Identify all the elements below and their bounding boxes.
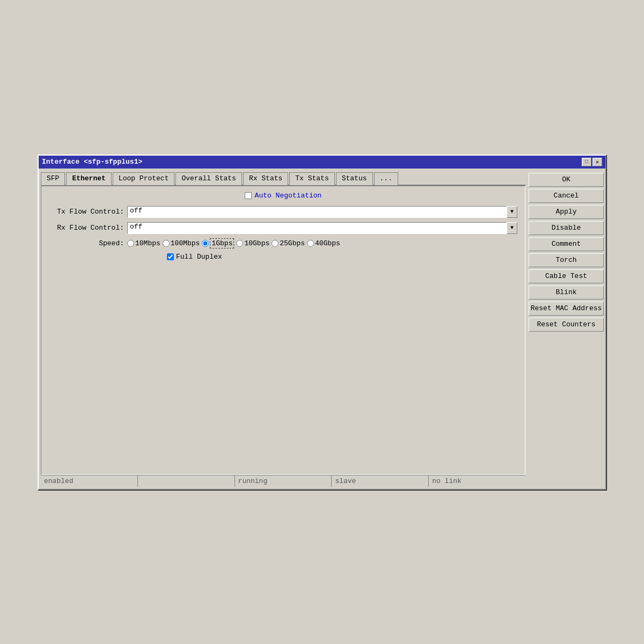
auto-negotiation-checkbox[interactable] [245, 192, 252, 199]
comment-button[interactable]: Comment [529, 237, 604, 251]
rx-flow-control-wrapper: off ▼ [127, 222, 517, 234]
speed-10mbps-radio[interactable] [127, 240, 134, 247]
status-slave: slave [332, 475, 429, 487]
tx-flow-control-label: Tx Flow Control: [49, 208, 124, 216]
title-bar-buttons: □ ✕ [582, 158, 602, 166]
tx-flow-control-display: off [127, 206, 507, 218]
full-duplex-label: Full Duplex [176, 253, 222, 261]
tab-content: Auto Negotiation Tx Flow Control: off ▼ … [41, 186, 525, 270]
speed-10gbps: 10Gbps [236, 239, 269, 247]
speed-25gbps-label: 25Gbps [280, 239, 305, 247]
speed-40gbps: 40Gbps [307, 239, 340, 247]
tab-more[interactable]: ... [374, 172, 398, 185]
speed-10gbps-radio[interactable] [236, 240, 243, 247]
speed-40gbps-label: 40Gbps [315, 239, 340, 247]
auto-negotiation-row: Auto Negotiation [49, 192, 517, 200]
rx-flow-control-row: Rx Flow Control: off ▼ [49, 222, 517, 234]
tab-overall-stats[interactable]: Overall Stats [175, 172, 241, 185]
reset-counters-button[interactable]: Reset Counters [529, 318, 604, 332]
tab-content-panel: Auto Negotiation Tx Flow Control: off ▼ … [41, 186, 525, 475]
speed-25gbps: 25Gbps [272, 239, 305, 247]
speed-10gbps-label: 10Gbps [244, 239, 269, 247]
inner-panel: SFP Ethernet Loop Protect Overall Stats … [41, 171, 525, 487]
speed-1gbps-label: 1Gbps [210, 238, 234, 248]
full-duplex-label-wrap: Full Duplex [167, 253, 222, 261]
tx-flow-control-row: Tx Flow Control: off ▼ [49, 206, 517, 218]
tab-status[interactable]: Status [336, 172, 373, 185]
tab-rx-stats[interactable]: Rx Stats [243, 172, 288, 185]
speed-1gbps: 1Gbps [202, 238, 234, 248]
status-enabled: enabled [41, 475, 138, 487]
window-title: Interface <sfp-sfpplus1> [42, 158, 142, 166]
speed-100mbps-radio[interactable] [163, 240, 170, 247]
close-button[interactable]: ✕ [592, 158, 602, 166]
rx-flow-control-label: Rx Flow Control: [49, 224, 124, 232]
tab-sfp[interactable]: SFP [41, 172, 65, 185]
content-area: SFP Ethernet Loop Protect Overall Stats … [39, 169, 605, 489]
blink-button[interactable]: Blink [529, 286, 604, 299]
cable-test-button[interactable]: Cable Test [529, 269, 604, 283]
auto-negotiation-label: Auto Negotiation [255, 192, 322, 200]
tab-ethernet[interactable]: Ethernet [66, 172, 111, 185]
tx-flow-control-dropdown[interactable]: ▼ [507, 206, 517, 218]
full-duplex-row: Full Duplex [49, 253, 517, 261]
side-buttons-panel: OK Cancel Apply Disable Comment Torch Ca… [525, 171, 603, 487]
rx-flow-control-dropdown[interactable]: ▼ [507, 222, 517, 234]
ok-button[interactable]: OK [529, 173, 604, 187]
disable-button[interactable]: Disable [529, 221, 604, 235]
title-bar: Interface <sfp-sfpplus1> □ ✕ [39, 156, 605, 169]
speed-25gbps-radio[interactable] [272, 240, 279, 247]
cancel-button[interactable]: Cancel [529, 189, 604, 203]
main-window: Interface <sfp-sfpplus1> □ ✕ SFP Etherne… [38, 155, 606, 490]
full-duplex-checkbox[interactable] [167, 253, 174, 260]
speed-100mbps: 100Mbps [163, 239, 200, 247]
minimize-button[interactable]: □ [582, 158, 591, 166]
status-running: running [235, 475, 332, 487]
speed-radio-group: 10Mbps 100Mbps 1Gbps [127, 238, 340, 248]
torch-button[interactable]: Torch [529, 253, 604, 267]
tab-bar: SFP Ethernet Loop Protect Overall Stats … [41, 171, 525, 186]
status-empty [138, 475, 235, 487]
status-link: no link [429, 475, 525, 487]
tx-flow-control-wrapper: off ▼ [127, 206, 517, 218]
status-bar: enabled running slave no link [41, 475, 525, 487]
tab-loop-protect[interactable]: Loop Protect [113, 172, 175, 185]
speed-40gbps-radio[interactable] [307, 240, 314, 247]
speed-1gbps-radio[interactable] [202, 240, 209, 247]
tab-tx-stats[interactable]: Tx Stats [289, 172, 334, 185]
content-spacer [41, 270, 525, 474]
rx-flow-control-display: off [127, 222, 507, 234]
reset-mac-button[interactable]: Reset MAC Address [529, 302, 604, 316]
apply-button[interactable]: Apply [529, 205, 604, 219]
speed-10mbps: 10Mbps [127, 239, 160, 247]
speed-label: Speed: [54, 239, 124, 247]
speed-10mbps-label: 10Mbps [135, 239, 160, 247]
speed-row: Speed: 10Mbps 100Mbps [49, 238, 517, 248]
speed-100mbps-label: 100Mbps [171, 239, 200, 247]
